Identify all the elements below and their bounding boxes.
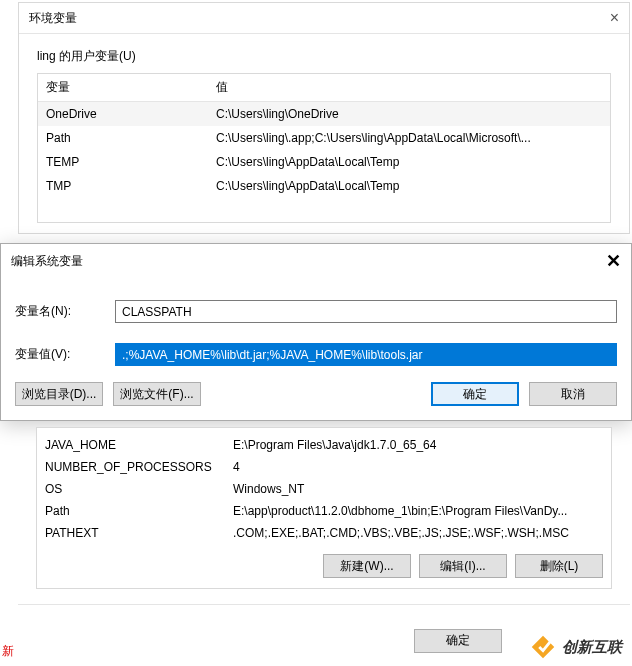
var-value-label: 变量值(V): — [15, 346, 115, 363]
cell-val: E:\app\product\11.2.0\dbhome_1\bin;E:\Pr… — [225, 500, 611, 522]
var-name-input[interactable] — [115, 300, 617, 323]
delete-button[interactable]: 删除(L) — [515, 554, 603, 578]
table-row[interactable]: OSWindows_NT — [37, 478, 611, 500]
table-row[interactable]: JAVA_HOMEE:\Program Files\Java\jdk1.7.0_… — [37, 434, 611, 456]
cancel-button[interactable]: 取消 — [529, 382, 617, 406]
col-header-val[interactable]: 值 — [208, 74, 610, 102]
watermark-text: 创新互联 — [562, 638, 622, 657]
col-header-var[interactable]: 变量 — [38, 74, 208, 102]
cell-var: JAVA_HOME — [37, 434, 225, 456]
browse-file-button[interactable]: 浏览文件(F)... — [113, 382, 201, 406]
cell-val: C:\Users\ling\AppData\Local\Temp — [208, 174, 610, 198]
dialog2-buttons: 浏览目录(D)... 浏览文件(F)... 确定 取消 — [1, 372, 631, 406]
title-bar: 编辑系统变量 ✕ — [1, 244, 631, 278]
table-row[interactable]: TEMPC:\Users\ling\AppData\Local\Temp — [38, 150, 610, 174]
table-row[interactable]: OneDriveC:\Users\ling\OneDrive — [38, 102, 610, 127]
close-icon[interactable]: × — [610, 9, 619, 27]
cell-var: PATHEXT — [37, 522, 225, 544]
browse-dir-button[interactable]: 浏览目录(D)... — [15, 382, 103, 406]
table-row[interactable]: NUMBER_OF_PROCESSORS4 — [37, 456, 611, 478]
cell-var: OneDrive — [38, 102, 208, 127]
red-mark: 新 — [2, 643, 14, 660]
system-vars-buttons: 新建(W)... 编辑(I)... 删除(L) — [37, 544, 611, 578]
var-name-row: 变量名(N): — [1, 294, 631, 329]
cell-var: TMP — [38, 174, 208, 198]
table-row — [38, 198, 610, 222]
cell-val: .COM;.EXE;.BAT;.CMD;.VBS;.VBE;.JS;.JSE;.… — [225, 522, 611, 544]
table-row[interactable]: PathC:\Users\ling\.app;C:\Users\ling\App… — [38, 126, 610, 150]
system-vars-box: JAVA_HOMEE:\Program Files\Java\jdk1.7.0_… — [36, 427, 612, 589]
cell-val: 4 — [225, 456, 611, 478]
cell-val: C:\Users\ling\AppData\Local\Temp — [208, 150, 610, 174]
var-value-input[interactable] — [115, 343, 617, 366]
cell-val: E:\Program Files\Java\jdk1.7.0_65_64 — [225, 434, 611, 456]
cell-val: Windows_NT — [225, 478, 611, 500]
user-vars-box: 变量 值 OneDriveC:\Users\ling\OneDrive Path… — [37, 73, 611, 223]
cell-val: C:\Users\ling\OneDrive — [208, 102, 610, 127]
cell-var: Path — [37, 500, 225, 522]
cell-var: OS — [37, 478, 225, 500]
ok-button-bottom[interactable]: 确定 — [414, 629, 502, 653]
dialog-title: 编辑系统变量 — [11, 253, 83, 270]
table-row[interactable]: TMPC:\Users\ling\AppData\Local\Temp — [38, 174, 610, 198]
cell-var: TEMP — [38, 150, 208, 174]
close-icon[interactable]: ✕ — [606, 250, 621, 272]
user-vars-table: 变量 值 OneDriveC:\Users\ling\OneDrive Path… — [38, 74, 610, 222]
edit-system-var-dialog: 编辑系统变量 ✕ 变量名(N): 变量值(V): 浏览目录(D)... 浏览文件… — [0, 243, 632, 421]
title-bar: 环境变量 × — [19, 3, 629, 34]
cell-val: C:\Users\ling\.app;C:\Users\ling\AppData… — [208, 126, 610, 150]
table-row[interactable]: PATHEXT.COM;.EXE;.BAT;.CMD;.VBS;.VBE;.JS… — [37, 522, 611, 544]
edit-button[interactable]: 编辑(I)... — [419, 554, 507, 578]
env-vars-dialog: 环境变量 × ling 的用户变量(U) 变量 值 OneDriveC:\Use… — [18, 2, 630, 234]
var-value-row: 变量值(V): — [1, 337, 631, 372]
watermark-logo: 创新互联 — [528, 632, 622, 662]
cell-var: Path — [38, 126, 208, 150]
dialog-title: 环境变量 — [29, 10, 77, 27]
ok-button[interactable]: 确定 — [431, 382, 519, 406]
cell-var: NUMBER_OF_PROCESSORS — [37, 456, 225, 478]
system-vars-table: JAVA_HOMEE:\Program Files\Java\jdk1.7.0_… — [37, 434, 611, 544]
table-row[interactable]: PathE:\app\product\11.2.0\dbhome_1\bin;E… — [37, 500, 611, 522]
logo-icon — [528, 632, 558, 662]
user-vars-label: ling 的用户变量(U) — [19, 34, 629, 73]
new-button[interactable]: 新建(W)... — [323, 554, 411, 578]
var-name-label: 变量名(N): — [15, 303, 115, 320]
